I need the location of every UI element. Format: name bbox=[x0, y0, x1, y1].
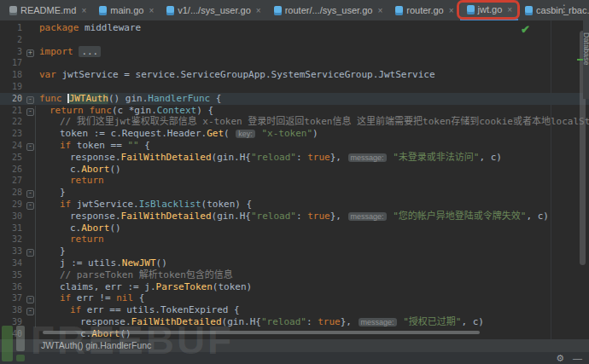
tab-jwt-go[interactable]: jwt.go× bbox=[460, 0, 519, 20]
line-number: 19 bbox=[0, 81, 22, 93]
code-line[interactable]: 21-return func(c *gin.Context) { bbox=[0, 105, 589, 117]
code-line[interactable]: 33-} bbox=[0, 246, 589, 257]
code-line[interactable]: 34j := utils.NewJWT() bbox=[0, 257, 589, 269]
gutter: 36 bbox=[0, 281, 38, 293]
gutter: 30 bbox=[0, 211, 38, 222]
code-line[interactable]: 31c.Abort() bbox=[0, 222, 589, 234]
gutter: 33- bbox=[0, 246, 38, 257]
code-line[interactable]: 1package middleware bbox=[0, 22, 589, 34]
code-line[interactable]: 39response.FailWithDetailed(gin.H{"reloa… bbox=[0, 316, 589, 328]
parameter-hint: key: bbox=[236, 130, 255, 138]
fold-column bbox=[22, 316, 38, 328]
horizontal-scrollbar[interactable] bbox=[0, 331, 589, 335]
fold-column bbox=[22, 222, 38, 234]
fold-toggle-icon[interactable]: - bbox=[26, 296, 34, 303]
inspections-ok-icon[interactable]: ✔ bbox=[521, 23, 530, 36]
code-line[interactable]: 25response.FailWithDetailed(gin.H{"reloa… bbox=[0, 152, 589, 164]
fold-toggle-icon[interactable]: + bbox=[26, 49, 34, 57]
fold-column bbox=[22, 22, 38, 34]
fold-column bbox=[22, 257, 38, 269]
fold-column: - bbox=[22, 292, 38, 304]
ide-window: README.md×main.go×v1/.../sys_user.go×rou… bbox=[0, 0, 589, 364]
tab-strip: README.md×main.go×v1/.../sys_user.go×rou… bbox=[3, 0, 589, 20]
fold-toggle-icon[interactable]: - bbox=[26, 96, 34, 104]
code-line[interactable]: 3+import ... bbox=[0, 46, 589, 58]
fold-column: - bbox=[22, 304, 38, 316]
fold-toggle-icon[interactable]: - bbox=[26, 143, 34, 151]
gutter: 24- bbox=[0, 140, 38, 152]
bottom-bar: ⚙ — bbox=[0, 352, 589, 364]
code-line[interactable]: 22// 我们这里jwt鉴权取头部信息 x-token 登录时回返回token信… bbox=[0, 116, 589, 128]
code-line[interactable]: 23token := c.Request.Header.Get( key: "x… bbox=[0, 128, 589, 140]
code-line[interactable]: 20-func JWTAuth() gin.HandlerFunc { bbox=[0, 93, 589, 105]
code-line[interactable]: 18var jwtService = service.ServiceGroupA… bbox=[0, 69, 589, 81]
right-tool-strip[interactable]: Database bbox=[583, 20, 589, 99]
fold-column bbox=[22, 234, 38, 246]
tab-close-icon[interactable]: × bbox=[256, 6, 261, 15]
tab-router-sys-user-go[interactable]: router/.../sys_user.go× bbox=[267, 0, 389, 20]
horizontal-scrollbar-thumb[interactable] bbox=[43, 331, 480, 334]
fold-column: - bbox=[22, 105, 38, 117]
line-number: 37 bbox=[0, 292, 22, 304]
tab-label: router.go bbox=[406, 5, 443, 15]
code-text: if jwtService.IsBlacklist(token) { bbox=[38, 199, 252, 211]
gutter: 35 bbox=[0, 269, 38, 281]
gutter: 25 bbox=[0, 152, 38, 164]
code-text: } bbox=[38, 187, 66, 199]
markdown-file-icon bbox=[9, 6, 17, 15]
code-text bbox=[38, 57, 39, 69]
code-line[interactable]: 35// parseToken 解析token包含的信息 bbox=[0, 269, 589, 281]
tab-casbin-rbac-go[interactable]: casbin_rbac.go× bbox=[518, 0, 589, 20]
fold-toggle-icon[interactable]: - bbox=[26, 190, 34, 198]
go-file-icon bbox=[166, 6, 174, 15]
gutter: 1 bbox=[0, 22, 38, 34]
code-line[interactable]: 38-if err == utils.TokenExpired { bbox=[0, 304, 589, 316]
line-number: 24 bbox=[0, 140, 22, 152]
editor-tab-bar: README.md×main.go×v1/.../sys_user.go×rou… bbox=[0, 0, 589, 21]
code-text bbox=[38, 81, 39, 93]
code-editor[interactable]: 1package middleware23+import ...1718var … bbox=[0, 20, 589, 339]
code-line[interactable]: 26c.Abort() bbox=[0, 164, 589, 176]
gutter: 29- bbox=[0, 199, 38, 211]
fold-toggle-icon[interactable]: - bbox=[26, 308, 34, 315]
code-line[interactable]: 30response.FailWithDetailed(gin.H{"reloa… bbox=[0, 211, 589, 222]
tab-close-icon[interactable]: × bbox=[377, 6, 382, 15]
code-line[interactable]: 37-if err != nil { bbox=[0, 292, 589, 304]
code-text: c.Abort() bbox=[38, 222, 121, 234]
code-text: if err == utils.TokenExpired { bbox=[38, 304, 240, 316]
code-line[interactable]: 2 bbox=[0, 34, 589, 46]
code-line[interactable]: 27return bbox=[0, 175, 589, 187]
database-tool-button[interactable]: Database bbox=[583, 32, 589, 66]
tab-close-icon[interactable]: × bbox=[149, 6, 154, 15]
settings-gear-icon[interactable]: ⚙ bbox=[556, 352, 564, 364]
tab-close-icon[interactable]: × bbox=[507, 5, 512, 14]
line-number: 35 bbox=[0, 269, 22, 281]
code-line[interactable]: 28-} bbox=[0, 187, 589, 199]
tab-readme-md[interactable]: README.md× bbox=[3, 0, 92, 20]
code-line[interactable]: 24-if token == "" { bbox=[0, 140, 589, 152]
code-line[interactable]: 19 bbox=[0, 81, 589, 93]
fold-column: - bbox=[22, 93, 38, 105]
collapse-icon[interactable]: — bbox=[573, 353, 582, 363]
line-number: 39 bbox=[0, 316, 22, 328]
tab-main-go[interactable]: main.go× bbox=[92, 0, 160, 20]
line-number: 26 bbox=[0, 164, 22, 176]
code-line[interactable]: 32return bbox=[0, 234, 589, 246]
fold-column bbox=[22, 57, 38, 69]
code-line[interactable]: 36claims, err := j.ParseToken(token) bbox=[0, 281, 589, 293]
gutter: 27 bbox=[0, 175, 38, 187]
line-number: 22 bbox=[0, 116, 22, 128]
tab-options-kebab-icon[interactable]: ⋮ bbox=[559, 3, 569, 14]
fold-column bbox=[22, 164, 38, 176]
tab-v1-sys-user-go[interactable]: v1/.../sys_user.go× bbox=[160, 0, 266, 20]
fold-column bbox=[22, 175, 38, 187]
code-line[interactable]: 29-if jwtService.IsBlacklist(token) { bbox=[0, 199, 589, 211]
fold-toggle-icon[interactable]: - bbox=[26, 202, 34, 210]
tab-close-icon[interactable]: × bbox=[81, 6, 86, 15]
fold-toggle-icon[interactable]: - bbox=[26, 249, 34, 257]
fold-toggle-icon[interactable]: - bbox=[26, 108, 34, 116]
tab-router-go[interactable]: router.go× bbox=[388, 0, 459, 20]
tab-close-icon[interactable]: × bbox=[449, 6, 454, 15]
code-line[interactable]: 17 bbox=[0, 57, 589, 69]
code-text: response.FailWithDetailed(gin.H{"reload"… bbox=[38, 152, 502, 164]
